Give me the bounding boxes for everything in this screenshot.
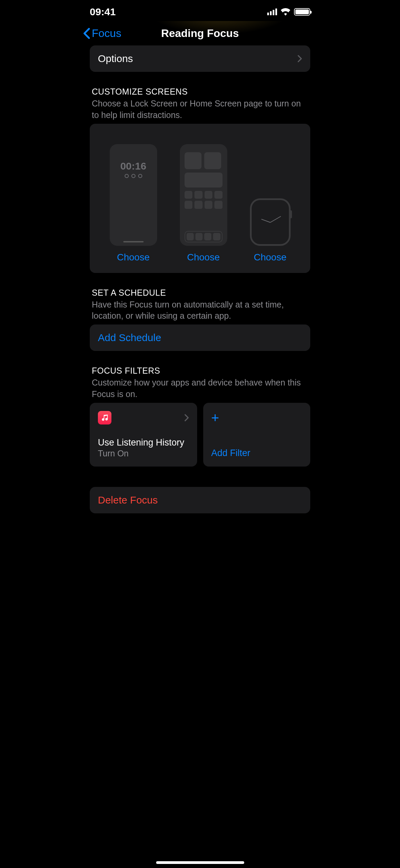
battery-icon bbox=[294, 8, 310, 16]
options-group: Options bbox=[90, 45, 310, 72]
add-filter-label: Add Filter bbox=[211, 448, 302, 458]
page-title: Reading Focus bbox=[161, 27, 239, 40]
filters-header: FOCUS FILTERS Customize how your apps an… bbox=[92, 366, 308, 400]
back-label: Focus bbox=[92, 27, 121, 40]
add-schedule-button[interactable]: Add Schedule bbox=[90, 324, 310, 351]
choose-watch-button[interactable]: Choose bbox=[254, 252, 287, 263]
add-filter-card[interactable]: + Add Filter bbox=[203, 403, 311, 467]
lock-screen-time: 00:16 bbox=[120, 160, 146, 172]
schedule-header: SET A SCHEDULE Have this Focus turn on a… bbox=[92, 288, 308, 322]
chevron-right-icon bbox=[297, 55, 302, 62]
schedule-desc: Have this Focus turn on automatically at… bbox=[92, 299, 308, 322]
chevron-left-icon bbox=[83, 27, 90, 39]
watch-face-column: Choose bbox=[250, 198, 291, 263]
filters-title: FOCUS FILTERS bbox=[92, 366, 308, 376]
wifi-icon bbox=[280, 8, 291, 16]
choose-lock-button[interactable]: Choose bbox=[117, 252, 150, 263]
delete-focus-button[interactable]: Delete Focus bbox=[90, 487, 310, 513]
music-filter-sub: Turn On bbox=[98, 449, 189, 458]
watch-face-preview[interactable] bbox=[250, 198, 291, 246]
plus-icon: + bbox=[211, 411, 302, 425]
status-time: 09:41 bbox=[90, 6, 116, 18]
filters-row: Use Listening History Turn On + Add Filt… bbox=[90, 403, 310, 467]
music-filter-title: Use Listening History bbox=[98, 437, 189, 448]
customize-title: CUSTOMIZE SCREENS bbox=[92, 87, 308, 97]
customize-desc: Choose a Lock Screen or Home Screen page… bbox=[92, 98, 308, 121]
home-screen-column: Choose bbox=[180, 144, 227, 263]
choose-home-button[interactable]: Choose bbox=[187, 252, 220, 263]
chevron-right-icon bbox=[184, 414, 189, 421]
lock-screen-preview[interactable]: 00:16 bbox=[110, 144, 157, 246]
music-app-icon bbox=[98, 411, 111, 425]
options-row[interactable]: Options bbox=[90, 45, 310, 72]
customize-screens-card: 00:16 Choose Choose Ch bbox=[90, 124, 310, 273]
status-indicators bbox=[267, 8, 310, 16]
filters-desc: Customize how your apps and device behav… bbox=[92, 377, 308, 400]
schedule-title: SET A SCHEDULE bbox=[92, 288, 308, 298]
customize-header: CUSTOMIZE SCREENS Choose a Lock Screen o… bbox=[92, 87, 308, 121]
home-screen-preview[interactable] bbox=[180, 144, 227, 246]
home-indicator[interactable] bbox=[156, 861, 244, 864]
lock-screen-widgets bbox=[125, 174, 142, 178]
nav-bar: Focus Reading Focus bbox=[78, 21, 322, 45]
lock-screen-column: 00:16 Choose bbox=[110, 144, 157, 263]
status-bar: 09:41 bbox=[78, 0, 322, 21]
cellular-icon bbox=[267, 8, 277, 15]
music-filter-card[interactable]: Use Listening History Turn On bbox=[90, 403, 197, 467]
options-label: Options bbox=[98, 53, 133, 64]
back-button[interactable]: Focus bbox=[83, 27, 121, 40]
